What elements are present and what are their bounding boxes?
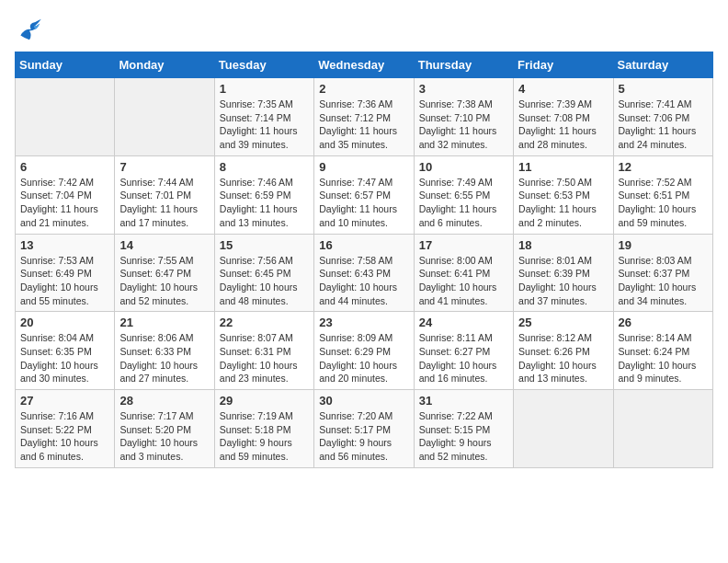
calendar-day-cell xyxy=(613,390,712,468)
day-number: 6 xyxy=(20,160,109,174)
day-info: Sunrise: 7:39 AM Sunset: 7:08 PM Dayligh… xyxy=(518,98,608,152)
day-info: Sunrise: 8:12 AM Sunset: 6:26 PM Dayligh… xyxy=(518,331,608,385)
day-info: Sunrise: 7:16 AM Sunset: 5:22 PM Dayligh… xyxy=(20,409,109,464)
day-info: Sunrise: 7:44 AM Sunset: 7:01 PM Dayligh… xyxy=(119,176,209,230)
day-number: 1 xyxy=(220,82,309,96)
day-info: Sunrise: 7:55 AM Sunset: 6:47 PM Dayligh… xyxy=(119,254,209,308)
day-info: Sunrise: 7:46 AM Sunset: 6:59 PM Dayligh… xyxy=(220,176,309,230)
day-number: 22 xyxy=(220,316,309,329)
weekday-header: Friday xyxy=(514,52,613,78)
day-info: Sunrise: 7:58 AM Sunset: 6:43 PM Dayligh… xyxy=(319,254,408,308)
day-number: 24 xyxy=(419,316,508,329)
day-info: Sunrise: 8:11 AM Sunset: 6:27 PM Dayligh… xyxy=(419,331,508,385)
day-info: Sunrise: 7:22 AM Sunset: 5:15 PM Dayligh… xyxy=(419,409,508,464)
logo xyxy=(15,15,48,44)
day-info: Sunrise: 7:35 AM Sunset: 7:14 PM Dayligh… xyxy=(220,98,309,152)
day-number: 2 xyxy=(319,82,408,96)
calendar-day-cell: 30Sunrise: 7:20 AM Sunset: 5:17 PM Dayli… xyxy=(314,390,414,468)
day-info: Sunrise: 7:53 AM Sunset: 6:49 PM Dayligh… xyxy=(20,254,109,308)
weekday-header: Wednesday xyxy=(314,52,414,78)
day-number: 19 xyxy=(619,238,708,252)
day-info: Sunrise: 7:52 AM Sunset: 6:51 PM Dayligh… xyxy=(619,176,708,230)
day-number: 27 xyxy=(20,394,109,408)
day-number: 11 xyxy=(518,160,608,174)
calendar-day-cell: 14Sunrise: 7:55 AM Sunset: 6:47 PM Dayli… xyxy=(115,234,214,312)
day-number: 13 xyxy=(20,238,109,252)
day-info: Sunrise: 7:50 AM Sunset: 6:53 PM Dayligh… xyxy=(518,176,608,230)
calendar-day-cell: 4Sunrise: 7:39 AM Sunset: 7:08 PM Daylig… xyxy=(514,78,613,156)
day-info: Sunrise: 7:20 AM Sunset: 5:17 PM Dayligh… xyxy=(319,409,408,464)
day-info: Sunrise: 7:17 AM Sunset: 5:20 PM Dayligh… xyxy=(119,409,209,464)
calendar-day-cell: 13Sunrise: 7:53 AM Sunset: 6:49 PM Dayli… xyxy=(16,234,115,312)
calendar-table: SundayMondayTuesdayWednesdayThursdayFrid… xyxy=(15,52,713,468)
calendar-week-row: 1Sunrise: 7:35 AM Sunset: 7:14 PM Daylig… xyxy=(16,78,713,156)
day-number: 23 xyxy=(319,316,408,329)
calendar-day-cell: 11Sunrise: 7:50 AM Sunset: 6:53 PM Dayli… xyxy=(514,155,613,234)
weekday-header: Sunday xyxy=(16,52,115,78)
calendar-day-cell: 9Sunrise: 7:47 AM Sunset: 6:57 PM Daylig… xyxy=(314,155,414,234)
calendar-day-cell: 24Sunrise: 8:11 AM Sunset: 6:27 PM Dayli… xyxy=(414,312,513,390)
page-header xyxy=(15,15,713,44)
calendar-day-cell: 18Sunrise: 8:01 AM Sunset: 6:39 PM Dayli… xyxy=(514,234,613,312)
calendar-day-cell xyxy=(16,78,115,156)
day-number: 28 xyxy=(119,394,209,408)
calendar-day-cell: 25Sunrise: 8:12 AM Sunset: 6:26 PM Dayli… xyxy=(514,312,613,390)
day-info: Sunrise: 8:06 AM Sunset: 6:33 PM Dayligh… xyxy=(119,331,209,385)
calendar-day-cell: 26Sunrise: 8:14 AM Sunset: 6:24 PM Dayli… xyxy=(613,312,712,390)
day-number: 31 xyxy=(419,394,508,408)
day-info: Sunrise: 8:07 AM Sunset: 6:31 PM Dayligh… xyxy=(220,331,309,385)
day-info: Sunrise: 8:09 AM Sunset: 6:29 PM Dayligh… xyxy=(319,331,408,385)
day-number: 9 xyxy=(319,160,408,174)
day-info: Sunrise: 7:36 AM Sunset: 7:12 PM Dayligh… xyxy=(319,98,408,152)
day-number: 30 xyxy=(319,394,408,408)
calendar-day-cell: 31Sunrise: 7:22 AM Sunset: 5:15 PM Dayli… xyxy=(414,390,513,468)
weekday-header: Saturday xyxy=(613,52,712,78)
weekday-header: Monday xyxy=(115,52,214,78)
day-number: 3 xyxy=(419,82,508,96)
day-number: 12 xyxy=(619,160,708,174)
day-info: Sunrise: 7:56 AM Sunset: 6:45 PM Dayligh… xyxy=(220,254,309,308)
day-number: 20 xyxy=(20,316,109,329)
calendar-day-cell: 20Sunrise: 8:04 AM Sunset: 6:35 PM Dayli… xyxy=(16,312,115,390)
calendar-day-cell: 19Sunrise: 8:03 AM Sunset: 6:37 PM Dayli… xyxy=(613,234,712,312)
calendar-week-row: 13Sunrise: 7:53 AM Sunset: 6:49 PM Dayli… xyxy=(16,234,713,312)
day-number: 7 xyxy=(119,160,209,174)
calendar-day-cell: 23Sunrise: 8:09 AM Sunset: 6:29 PM Dayli… xyxy=(314,312,414,390)
day-info: Sunrise: 8:03 AM Sunset: 6:37 PM Dayligh… xyxy=(619,254,708,308)
day-info: Sunrise: 7:41 AM Sunset: 7:06 PM Dayligh… xyxy=(619,98,708,152)
calendar-day-cell: 28Sunrise: 7:17 AM Sunset: 5:20 PM Dayli… xyxy=(115,390,214,468)
day-info: Sunrise: 7:38 AM Sunset: 7:10 PM Dayligh… xyxy=(419,98,508,152)
calendar-day-cell: 27Sunrise: 7:16 AM Sunset: 5:22 PM Dayli… xyxy=(16,390,115,468)
day-number: 8 xyxy=(220,160,309,174)
calendar-day-cell: 3Sunrise: 7:38 AM Sunset: 7:10 PM Daylig… xyxy=(414,78,513,156)
calendar-day-cell: 12Sunrise: 7:52 AM Sunset: 6:51 PM Dayli… xyxy=(613,155,712,234)
day-number: 26 xyxy=(619,316,708,329)
calendar-day-cell: 29Sunrise: 7:19 AM Sunset: 5:18 PM Dayli… xyxy=(214,390,313,468)
day-number: 21 xyxy=(119,316,209,329)
day-number: 16 xyxy=(319,238,408,252)
calendar-week-row: 20Sunrise: 8:04 AM Sunset: 6:35 PM Dayli… xyxy=(16,312,713,390)
calendar-day-cell: 8Sunrise: 7:46 AM Sunset: 6:59 PM Daylig… xyxy=(214,155,313,234)
weekday-header-row: SundayMondayTuesdayWednesdayThursdayFrid… xyxy=(16,52,713,78)
day-number: 29 xyxy=(220,394,309,408)
day-info: Sunrise: 8:01 AM Sunset: 6:39 PM Dayligh… xyxy=(518,254,608,308)
calendar-day-cell xyxy=(115,78,214,156)
day-info: Sunrise: 8:00 AM Sunset: 6:41 PM Dayligh… xyxy=(419,254,508,308)
calendar-day-cell: 21Sunrise: 8:06 AM Sunset: 6:33 PM Dayli… xyxy=(115,312,214,390)
day-number: 15 xyxy=(220,238,309,252)
calendar-day-cell: 15Sunrise: 7:56 AM Sunset: 6:45 PM Dayli… xyxy=(214,234,313,312)
calendar-day-cell: 6Sunrise: 7:42 AM Sunset: 7:04 PM Daylig… xyxy=(16,155,115,234)
day-info: Sunrise: 7:19 AM Sunset: 5:18 PM Dayligh… xyxy=(220,409,309,464)
day-number: 14 xyxy=(119,238,209,252)
calendar-day-cell: 10Sunrise: 7:49 AM Sunset: 6:55 PM Dayli… xyxy=(414,155,513,234)
day-info: Sunrise: 7:49 AM Sunset: 6:55 PM Dayligh… xyxy=(419,176,508,230)
day-number: 17 xyxy=(419,238,508,252)
calendar-day-cell: 16Sunrise: 7:58 AM Sunset: 6:43 PM Dayli… xyxy=(314,234,414,312)
day-info: Sunrise: 8:14 AM Sunset: 6:24 PM Dayligh… xyxy=(619,331,708,385)
calendar-day-cell: 2Sunrise: 7:36 AM Sunset: 7:12 PM Daylig… xyxy=(314,78,414,156)
calendar-day-cell: 1Sunrise: 7:35 AM Sunset: 7:14 PM Daylig… xyxy=(214,78,313,156)
day-number: 5 xyxy=(619,82,708,96)
calendar-day-cell: 22Sunrise: 8:07 AM Sunset: 6:31 PM Dayli… xyxy=(214,312,313,390)
day-number: 25 xyxy=(518,316,608,329)
calendar-day-cell: 17Sunrise: 8:00 AM Sunset: 6:41 PM Dayli… xyxy=(414,234,513,312)
